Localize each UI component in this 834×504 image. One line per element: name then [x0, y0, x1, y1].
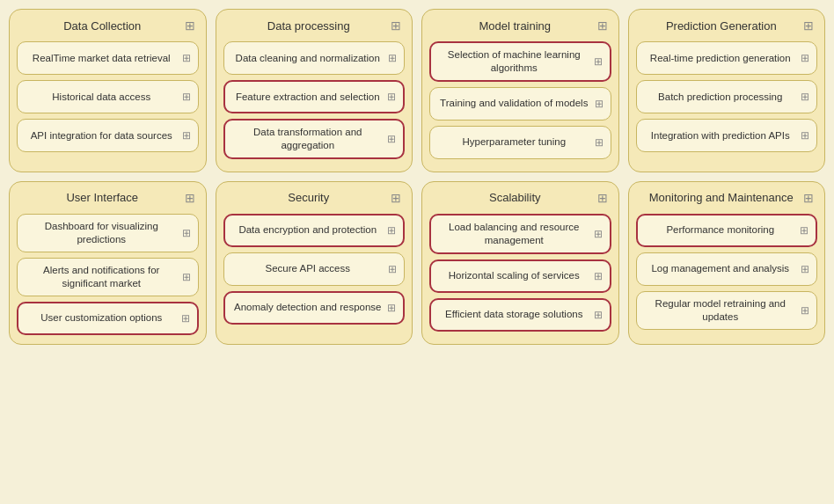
item-text-security-1: Secure API access [231, 262, 385, 275]
category-title-monitoring-maintenance: Monitoring and Maintenance [640, 191, 804, 204]
category-grid-icon-monitoring-maintenance: ⊞ [803, 191, 814, 205]
item-grid-icon-scalability-0: ⊞ [594, 228, 603, 240]
item-card-security-0[interactable]: Data encryption and protection⊞ [223, 214, 406, 247]
item-grid-icon-monitoring-maintenance-2: ⊞ [801, 304, 809, 317]
item-grid-icon-prediction-generation-0: ⊞ [801, 52, 809, 64]
category-title-row-monitoring-maintenance: Monitoring and Maintenance⊞ [636, 191, 818, 208]
category-title-row-prediction-generation: Prediction Generation⊞ [636, 18, 818, 36]
item-card-monitoring-maintenance-0[interactable]: Performance monitoring⊞ [636, 214, 818, 247]
category-title-row-user-interface: User Interface⊞ [17, 191, 199, 208]
item-card-model-training-2[interactable]: Hyperparameter tuning⊞ [429, 126, 611, 159]
item-grid-icon-scalability-2: ⊞ [594, 309, 603, 321]
item-text-data-processing-1: Feature extraction and selection [232, 91, 384, 104]
item-card-monitoring-maintenance-2[interactable]: Regular model retraining and updates⊞ [636, 291, 818, 330]
item-text-model-training-1: Training and validation of models [437, 97, 591, 110]
item-grid-icon-data-processing-0: ⊞ [388, 52, 397, 64]
category-title-row-model-training: Model training⊞ [429, 18, 611, 36]
item-card-monitoring-maintenance-1[interactable]: Log management and analysis⊞ [636, 252, 818, 286]
item-grid-icon-monitoring-maintenance-0: ⊞ [800, 224, 808, 237]
category-grid-icon-data-collection: ⊞ [185, 18, 195, 33]
category-title-row-data-collection: Data Collection⊞ [17, 18, 199, 36]
category-grid-icon-model-training: ⊞ [597, 18, 608, 33]
item-text-data-collection-1: Historical data access [25, 91, 179, 104]
item-text-scalability-0: Load balancing and resource management [438, 221, 590, 247]
category-card-model-training: Model training⊞Selection of machine lear… [421, 9, 619, 172]
item-grid-icon-prediction-generation-1: ⊞ [801, 91, 809, 103]
item-text-data-collection-0: RealTime market data retrieval [25, 52, 179, 65]
item-grid-icon-data-collection-1: ⊞ [182, 91, 191, 103]
item-card-user-interface-2[interactable]: User customization options⊞ [17, 302, 199, 335]
item-grid-icon-prediction-generation-2: ⊞ [801, 129, 809, 142]
item-text-prediction-generation-1: Batch prediction processing [644, 91, 798, 104]
item-card-security-1[interactable]: Secure API access⊞ [223, 252, 406, 286]
item-card-security-2[interactable]: Anomaly detection and response⊞ [223, 291, 406, 325]
item-grid-icon-data-collection-2: ⊞ [182, 129, 191, 142]
item-text-prediction-generation-2: Integration with prediction APIs [644, 129, 798, 142]
category-card-data-collection: Data Collection⊞RealTime market data ret… [9, 9, 207, 172]
item-grid-icon-security-0: ⊞ [387, 224, 396, 237]
item-card-scalability-1[interactable]: Horizontal scaling of services⊞ [429, 259, 611, 293]
item-card-prediction-generation-1[interactable]: Batch prediction processing⊞ [636, 80, 818, 113]
item-card-data-processing-2[interactable]: Data transformation and aggregation⊞ [223, 119, 406, 159]
item-text-scalability-2: Efficient data storage solutions [438, 308, 590, 321]
item-grid-icon-user-interface-1: ⊞ [182, 271, 191, 283]
item-text-data-collection-2: API integration for data sources [25, 129, 179, 142]
category-card-user-interface: User Interface⊞Dashboard for visualizing… [9, 181, 207, 345]
item-grid-icon-user-interface-2: ⊞ [181, 312, 190, 325]
item-card-data-processing-0[interactable]: Data cleaning and normalization⊞ [223, 41, 406, 75]
category-title-row-security: Security⊞ [223, 191, 406, 208]
category-grid-icon-security: ⊞ [391, 191, 401, 205]
item-card-data-collection-2[interactable]: API integration for data sources⊞ [17, 119, 199, 152]
item-card-model-training-0[interactable]: Selection of machine learning algorithms… [429, 41, 611, 82]
item-text-data-processing-0: Data cleaning and normalization [231, 52, 385, 65]
item-card-data-collection-1[interactable]: Historical data access⊞ [17, 80, 199, 113]
item-card-data-collection-0[interactable]: RealTime market data retrieval⊞ [17, 41, 199, 75]
item-card-user-interface-0[interactable]: Dashboard for visualizing predictions⊞ [17, 214, 199, 252]
item-card-prediction-generation-2[interactable]: Integration with prediction APIs⊞ [636, 119, 818, 152]
item-text-security-2: Anomaly detection and response [232, 301, 384, 314]
category-card-scalability: Scalability⊞Load balancing and resource … [421, 181, 619, 345]
item-grid-icon-model-training-1: ⊞ [595, 98, 604, 110]
item-grid-icon-user-interface-0: ⊞ [182, 227, 191, 239]
item-card-user-interface-1[interactable]: Alerts and notifications for significant… [17, 258, 199, 296]
category-grid-icon-user-interface: ⊞ [185, 191, 195, 205]
item-grid-icon-model-training-2: ⊞ [595, 136, 604, 149]
item-grid-icon-data-processing-2: ⊞ [387, 133, 396, 145]
item-text-monitoring-maintenance-1: Log management and analysis [644, 262, 798, 275]
item-card-prediction-generation-0[interactable]: Real-time prediction generation⊞ [636, 41, 818, 75]
item-text-monitoring-maintenance-0: Performance monitoring [645, 223, 797, 237]
category-card-security: Security⊞Data encryption and protection⊞… [216, 181, 413, 345]
item-text-prediction-generation-0: Real-time prediction generation [644, 52, 798, 65]
item-text-user-interface-1: Alerts and notifications for significant… [25, 264, 179, 290]
item-text-user-interface-0: Dashboard for visualizing predictions [25, 220, 179, 246]
item-text-data-processing-2: Data transformation and aggregation [232, 126, 384, 152]
item-text-security-0: Data encryption and protection [232, 223, 384, 237]
item-card-data-processing-1[interactable]: Feature extraction and selection⊞ [223, 80, 406, 113]
category-title-data-collection: Data Collection [20, 19, 185, 33]
category-card-monitoring-maintenance: Monitoring and Maintenance⊞Performance m… [628, 181, 826, 345]
item-card-scalability-0[interactable]: Load balancing and resource management⊞ [429, 214, 611, 254]
category-title-model-training: Model training [433, 19, 597, 33]
item-text-model-training-2: Hyperparameter tuning [437, 135, 591, 149]
main-grid: Data Collection⊞RealTime market data ret… [9, 9, 825, 345]
item-grid-icon-security-2: ⊞ [387, 302, 396, 314]
item-grid-icon-model-training-0: ⊞ [594, 55, 603, 68]
category-title-scalability: Scalability [433, 191, 597, 204]
item-card-scalability-2[interactable]: Efficient data storage solutions⊞ [429, 298, 611, 332]
category-title-data-processing: Data processing [227, 19, 391, 33]
item-grid-icon-data-collection-0: ⊞ [182, 52, 191, 64]
item-text-user-interface-2: User customization options [26, 311, 178, 325]
item-text-scalability-1: Horizontal scaling of services [438, 269, 590, 282]
category-grid-icon-scalability: ⊞ [597, 191, 608, 205]
item-grid-icon-data-processing-1: ⊞ [387, 91, 396, 103]
item-text-model-training-0: Selection of machine learning algorithms [438, 48, 590, 75]
category-card-prediction-generation: Prediction Generation⊞Real-time predicti… [628, 9, 826, 172]
item-grid-icon-monitoring-maintenance-1: ⊞ [801, 263, 809, 275]
item-card-model-training-1[interactable]: Training and validation of models⊞ [429, 87, 611, 121]
category-card-data-processing: Data processing⊞Data cleaning and normal… [216, 9, 413, 172]
category-title-user-interface: User Interface [20, 191, 185, 204]
category-grid-icon-data-processing: ⊞ [391, 18, 401, 33]
category-title-security: Security [227, 191, 391, 204]
category-title-row-data-processing: Data processing⊞ [223, 18, 406, 36]
category-title-row-scalability: Scalability⊞ [429, 191, 611, 208]
